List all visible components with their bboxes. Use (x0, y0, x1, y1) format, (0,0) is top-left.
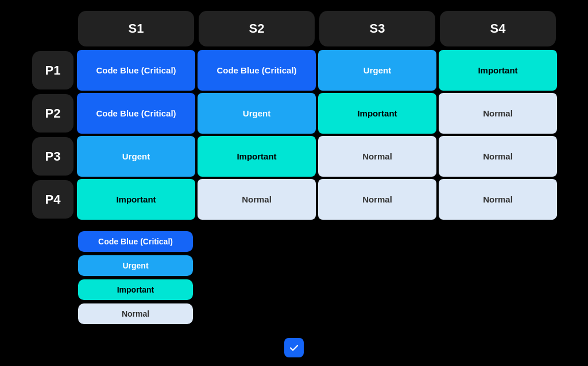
cell-p4-s2: Normal (198, 179, 316, 220)
cell-p2-s2: Urgent (198, 93, 316, 134)
row-header-p4: P4 (32, 180, 74, 219)
cell-p4-s4: Normal (439, 179, 557, 220)
cell-p3-s1: Urgent (77, 136, 195, 177)
main-container: S1 S2 S3 S4 P1 Code Blue (Critical) Code… (18, 0, 570, 366)
cell-p2-s3: Important (318, 93, 436, 134)
bottom-icon-area (30, 338, 558, 357)
col-header-s1: S1 (78, 11, 194, 46)
legend-normal: Normal (78, 303, 193, 324)
cell-p1-s4: Important (439, 50, 557, 91)
checkbox-icon[interactable] (284, 338, 304, 357)
col-header-s4: S4 (440, 11, 556, 46)
cell-p2-s1: Code Blue (Critical) (77, 93, 195, 134)
cell-p3-s4: Normal (439, 136, 557, 177)
cell-p1-s1: Code Blue (Critical) (77, 50, 195, 91)
cell-p4-s1: Important (77, 179, 195, 220)
legend-urgent: Urgent (78, 255, 193, 276)
legend: Code Blue (Critical) Urgent Important No… (78, 231, 193, 324)
corner-empty (30, 9, 76, 49)
col-header-s3: S3 (319, 11, 435, 46)
cell-p4-s3: Normal (318, 179, 436, 220)
row-header-p3: P3 (32, 137, 74, 176)
cell-p1-s3: Urgent (318, 50, 436, 91)
cell-p3-s2: Important (198, 136, 316, 177)
row-header-p2: P2 (32, 94, 74, 133)
col-header-s2: S2 (199, 11, 315, 46)
cell-p3-s3: Normal (318, 136, 436, 177)
legend-code-blue: Code Blue (Critical) (78, 231, 193, 252)
cell-p2-s4: Normal (439, 93, 557, 134)
priority-matrix: S1 S2 S3 S4 P1 Code Blue (Critical) Code… (30, 9, 558, 221)
legend-important: Important (78, 279, 193, 300)
cell-p1-s2: Code Blue (Critical) (198, 50, 316, 91)
row-header-p1: P1 (32, 51, 74, 89)
